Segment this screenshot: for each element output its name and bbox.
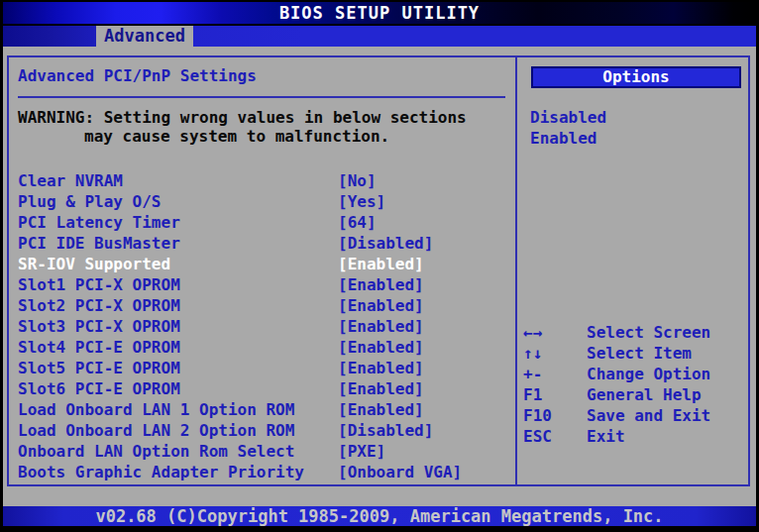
bios-screen: BIOS SETUP UTILITY Advanced Advanced PCI… — [0, 0, 759, 532]
setting-label: Boots Graphic Adapter Priority — [18, 462, 304, 482]
setting-label: PCI IDE BusMaster — [18, 233, 180, 254]
warning-text-line1: WARNING: Setting wrong values in below s… — [18, 110, 467, 126]
setting-value: [Enabled] — [338, 274, 424, 295]
hotkey-action: Change Option — [587, 364, 710, 384]
setting-value: [Disabled] — [338, 420, 433, 441]
option-item: Enabled — [530, 131, 596, 147]
hotkey-row: ESCExit — [9, 426, 244, 447]
panel-divider — [515, 57, 517, 484]
setting-label: Slot2 PCI-X OPROM — [18, 295, 180, 316]
hotkey-key: ←→ — [523, 322, 542, 343]
hotkey-key: F10 — [523, 405, 552, 426]
warning-text-line2: may cause system to malfunction. — [84, 129, 389, 145]
setting-value: [PXE] — [338, 441, 385, 462]
menu-bar: Advanced — [3, 26, 756, 47]
setting-label: Plug & Play O/S — [18, 191, 162, 212]
heading-separator — [18, 96, 505, 98]
setting-label: Slot1 PCI-X OPROM — [18, 274, 180, 295]
setting-row[interactable]: Slot1 PCI-X OPROM[Enabled] — [9, 274, 513, 295]
hotkey-key: ↑↓ — [523, 343, 542, 364]
footer-bar: v02.68 (C)Copyright 1985-2009, American … — [3, 506, 756, 526]
hotkey-key: ESC — [523, 426, 552, 447]
setting-label: SR-IOV Supported — [18, 254, 170, 274]
setting-value: [Onboard VGA] — [338, 462, 462, 482]
setting-value: [Enabled] — [338, 254, 424, 274]
setting-value: [Enabled] — [338, 295, 424, 316]
hotkey-key: +- — [523, 364, 542, 384]
hotkey-action: Exit — [587, 426, 625, 447]
setting-row[interactable]: Boots Graphic Adapter Priority[Onboard V… — [9, 462, 513, 482]
setting-row[interactable]: SR-IOV Supported[Enabled] — [9, 254, 513, 274]
hotkey-row: +-Change Option — [9, 364, 244, 384]
setting-value: [Enabled] — [338, 316, 424, 337]
hotkey-action: Select Screen — [587, 322, 710, 343]
setting-label: PCI Latency Timer — [18, 212, 180, 233]
window-title: BIOS SETUP UTILITY — [279, 3, 480, 23]
setting-value: [64] — [338, 212, 377, 233]
hotkey-row: ←→Select Screen — [9, 322, 244, 343]
setting-value: [Enabled] — [338, 337, 424, 358]
footer-text: v02.68 (C)Copyright 1985-2009, American … — [95, 506, 663, 526]
page-title: Advanced PCI/PnP Settings — [18, 68, 257, 84]
setting-value: [Enabled] — [338, 399, 424, 420]
tab-advanced[interactable]: Advanced — [96, 26, 193, 47]
hotkey-action: General Help — [587, 384, 702, 405]
hotkey-action: Save and Exit — [587, 405, 710, 426]
setting-value: [No] — [338, 170, 377, 191]
main-panel: Advanced PCI/PnP Settings WARNING: Setti… — [7, 55, 750, 486]
setting-label: Clear NVRAM — [18, 170, 123, 191]
setting-row[interactable]: Slot2 PCI-X OPROM[Enabled] — [9, 295, 513, 316]
setting-value: [Yes] — [338, 191, 385, 212]
setting-value: [Enabled] — [338, 358, 424, 378]
setting-row[interactable]: PCI Latency Timer[64] — [9, 212, 513, 233]
hotkey-row: F10Save and Exit — [9, 405, 244, 426]
hotkey-row: ↑↓Select Item — [9, 343, 244, 364]
option-item: Disabled — [530, 110, 606, 126]
setting-row[interactable]: Clear NVRAM[No] — [9, 170, 513, 191]
hotkey-key: F1 — [523, 384, 542, 405]
hotkey-row: F1General Help — [9, 384, 244, 405]
setting-row[interactable]: PCI IDE BusMaster[Disabled] — [9, 233, 513, 254]
setting-value: [Enabled] — [338, 378, 424, 399]
setting-row[interactable]: Plug & Play O/S[Yes] — [9, 191, 513, 212]
setting-value: [Disabled] — [338, 233, 433, 254]
title-bar: BIOS SETUP UTILITY — [3, 2, 756, 24]
hotkey-action: Select Item — [587, 343, 692, 364]
options-box-title: Options — [531, 66, 741, 88]
